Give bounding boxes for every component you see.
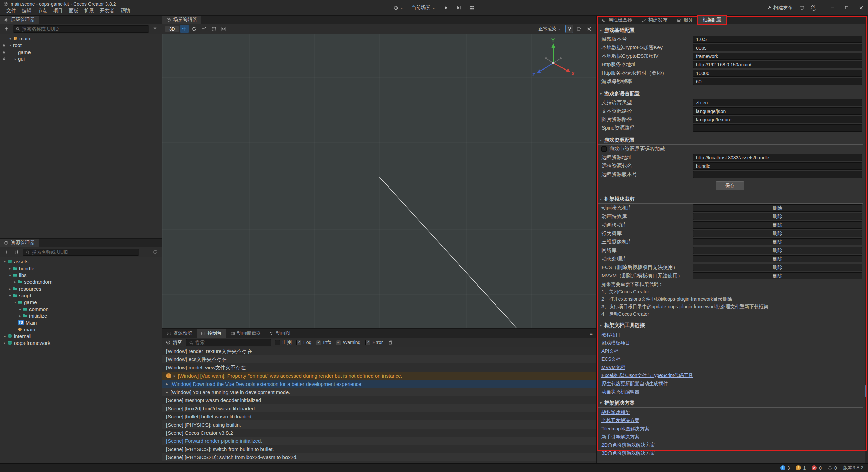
preview-window-button[interactable] bbox=[797, 4, 806, 12]
tab-hierarchy[interactable]: 层级管理器 bbox=[0, 16, 39, 24]
tree-expand-arrow-icon[interactable]: ▸ bbox=[13, 57, 18, 61]
property-input[interactable] bbox=[693, 154, 862, 161]
doc-link[interactable]: Excel格式转Json文件与TypeScript代码工具 bbox=[597, 371, 863, 379]
tree-row[interactable]: ▸initialize bbox=[0, 312, 162, 319]
tree-row[interactable]: ▸gui bbox=[0, 55, 162, 62]
doc-link[interactable]: API文档 bbox=[597, 346, 863, 354]
tree-row[interactable]: ▾root bbox=[0, 42, 162, 48]
tree-row[interactable]: ▸internal bbox=[0, 333, 162, 339]
delete-button[interactable]: 删除 bbox=[693, 264, 862, 271]
log-row[interactable]: [Scene] [bullet]:bullet wasm lib loaded. bbox=[162, 412, 596, 420]
doc-link[interactable]: 战棋游戏框架 bbox=[597, 408, 863, 416]
console-warning-counter[interactable]: ! 1 bbox=[796, 465, 806, 471]
copy-log-icon[interactable] bbox=[387, 339, 394, 346]
tree-expand-arrow-icon[interactable]: ▸ bbox=[18, 314, 23, 318]
save-button[interactable]: 保存 bbox=[716, 181, 744, 190]
log-row[interactable]: [Scene] [box2d]:box2d wasm lib loaded. bbox=[162, 404, 596, 412]
tab-scene-editor[interactable]: 场景编辑器 bbox=[162, 16, 201, 24]
panel-menu-icon[interactable]: ≡ bbox=[152, 239, 162, 247]
delete-button[interactable]: 删除 bbox=[693, 221, 862, 229]
doc-link[interactable]: 3D角色扮演游戏解决方案 bbox=[597, 448, 863, 456]
checkbox[interactable]: ✓ bbox=[296, 340, 301, 345]
doc-link[interactable]: 2D角色扮演游戏解决方案 bbox=[597, 440, 863, 448]
tree-row[interactable]: ▾assets bbox=[0, 258, 162, 265]
property-input[interactable] bbox=[693, 53, 862, 60]
doc-link[interactable]: 教程项目 bbox=[597, 330, 863, 338]
property-input[interactable] bbox=[693, 162, 862, 170]
tree-row[interactable]: ▸resources bbox=[0, 285, 162, 292]
scale-tool-button[interactable] bbox=[200, 25, 208, 33]
step-button[interactable] bbox=[455, 4, 464, 12]
play-button[interactable] bbox=[441, 4, 451, 12]
tab-assets[interactable]: 资源管理器 bbox=[0, 239, 39, 247]
doc-link[interactable]: Tiledmap地图解决方案 bbox=[597, 424, 863, 432]
console-filter[interactable]: ✓Error bbox=[365, 340, 383, 345]
hierarchy-search-input[interactable] bbox=[22, 26, 146, 32]
axis-gizmo[interactable]: Y X Z bbox=[531, 38, 576, 83]
doc-link[interactable]: ECS文档 bbox=[597, 354, 863, 362]
property-input[interactable] bbox=[693, 70, 862, 77]
log-row[interactable]: ▸[Window] You are running Vue in develop… bbox=[162, 388, 596, 396]
doc-link[interactable]: 动画状态机编辑器 bbox=[597, 387, 863, 395]
tree-row[interactable]: TSMain bbox=[0, 319, 162, 326]
delete-button[interactable]: 删除 bbox=[693, 272, 862, 279]
move-tool-button[interactable] bbox=[180, 25, 189, 33]
delete-button[interactable]: 删除 bbox=[693, 204, 862, 212]
section-header[interactable]: ▾框架模块裁剪 bbox=[597, 195, 863, 204]
tree-row[interactable]: ▾game bbox=[0, 299, 162, 306]
inspector-tab[interactable]: 框架配置 bbox=[698, 16, 726, 24]
filter-icon[interactable] bbox=[151, 25, 159, 33]
doc-link[interactable]: 游戏模板项目 bbox=[597, 338, 863, 346]
console-filter[interactable]: ✓Log bbox=[296, 340, 311, 345]
console-filter[interactable]: 正则 bbox=[275, 339, 292, 346]
section-header[interactable]: ▾游戏资源配置 bbox=[597, 136, 863, 145]
log-row[interactable]: !▸[Window] [Vue warn]: Property "onInput… bbox=[162, 372, 596, 380]
console-search-input[interactable] bbox=[195, 340, 268, 345]
tree-row[interactable]: ▸seedrandom bbox=[0, 278, 162, 285]
assets-search[interactable] bbox=[23, 249, 139, 256]
scene-select[interactable]: 当前场景 ⌄ bbox=[410, 4, 437, 12]
rect-tool-button[interactable] bbox=[210, 25, 218, 33]
property-input[interactable] bbox=[693, 36, 862, 43]
transform-tool-button[interactable] bbox=[220, 25, 228, 33]
console-error-counter[interactable]: ✕ 0 bbox=[812, 465, 822, 471]
tree-row[interactable]: game bbox=[0, 48, 162, 55]
build-publish-button[interactable]: 构建发布 bbox=[765, 4, 794, 12]
log-row[interactable]: [Window] model_view文件夹不存在 bbox=[162, 363, 596, 372]
notification-counter[interactable]: 0 bbox=[828, 465, 837, 471]
console-tab[interactable]: 动画图 bbox=[265, 329, 295, 338]
tree-row[interactable]: ▾main bbox=[0, 35, 162, 42]
tree-row[interactable]: ▸oops-framework bbox=[0, 339, 162, 346]
minimize-button[interactable] bbox=[825, 0, 840, 16]
tree-row[interactable]: ▸common bbox=[0, 306, 162, 312]
section-header[interactable]: ▾框架文档工具链接 bbox=[597, 321, 863, 330]
tree-expand-arrow-icon[interactable]: ▸ bbox=[7, 287, 13, 291]
clear-console-button[interactable]: 清空 bbox=[166, 339, 182, 346]
hierarchy-search[interactable] bbox=[13, 25, 149, 33]
console-filter[interactable]: ✓Info bbox=[316, 340, 331, 345]
tree-expand-arrow-icon[interactable]: ▾ bbox=[7, 294, 13, 297]
scene-light-toggle[interactable] bbox=[565, 25, 573, 33]
delete-button[interactable]: 删除 bbox=[693, 247, 862, 254]
section-header[interactable]: ▾游戏基础配置 bbox=[597, 26, 863, 35]
tree-expand-arrow-icon[interactable]: ▸ bbox=[2, 341, 7, 345]
property-input[interactable] bbox=[693, 107, 862, 115]
tree-expand-arrow-icon[interactable]: ▸ bbox=[2, 334, 7, 338]
maximize-button[interactable] bbox=[840, 0, 854, 16]
create-asset-button[interactable] bbox=[3, 248, 11, 256]
scrollbar-thumb[interactable] bbox=[865, 385, 867, 397]
property-input[interactable] bbox=[693, 116, 862, 123]
delete-button[interactable]: 删除 bbox=[693, 213, 862, 220]
inspector-tab[interactable]: 构建发布 bbox=[637, 16, 672, 24]
assets-search-input[interactable] bbox=[32, 249, 136, 255]
checkbox[interactable]: ✓ bbox=[336, 340, 341, 345]
rotate-tool-button[interactable] bbox=[190, 25, 198, 33]
expand-arrow-icon[interactable]: ▸ bbox=[174, 374, 176, 378]
create-node-button[interactable] bbox=[3, 25, 11, 33]
menu-item[interactable]: 编辑 bbox=[19, 7, 35, 14]
menu-item[interactable]: 文件 bbox=[3, 7, 19, 14]
tree-expand-arrow-icon[interactable]: ▸ bbox=[18, 307, 23, 311]
delete-button[interactable]: 删除 bbox=[693, 230, 862, 237]
inspector-tab[interactable]: 属性检查器 bbox=[597, 16, 637, 24]
checkbox[interactable]: ✓ bbox=[365, 340, 370, 345]
